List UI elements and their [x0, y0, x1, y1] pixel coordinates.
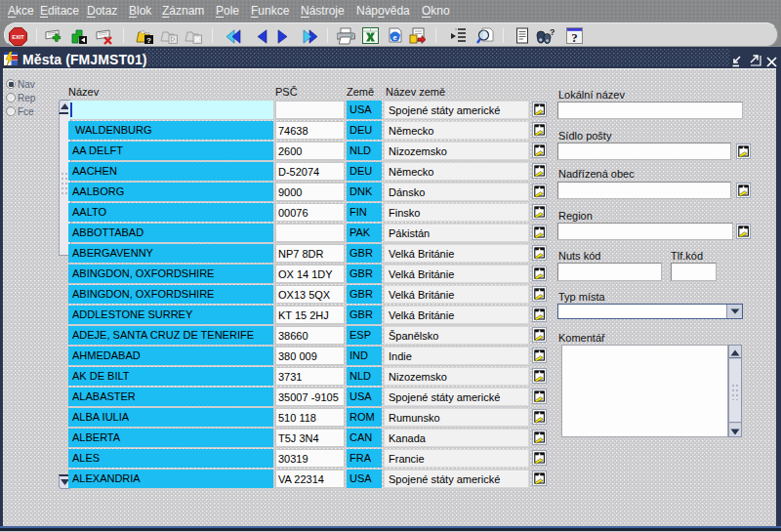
svg-text:?: ?	[571, 30, 578, 45]
svg-text:EXIT: EXIT	[12, 34, 24, 40]
svg-text:?: ?	[146, 36, 151, 45]
